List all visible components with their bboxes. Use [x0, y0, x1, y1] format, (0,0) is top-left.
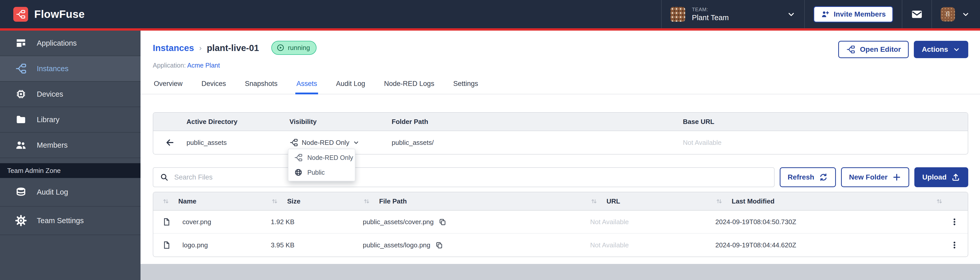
column-base-url: Base URL: [683, 118, 968, 126]
team-selector[interactable]: TEAM: Plant Team: [661, 0, 804, 28]
sidebar-item-label: Instances: [37, 65, 68, 73]
file-modified: 2024-09-19T08:04:50.730Z: [715, 218, 917, 226]
back-arrow-icon[interactable]: [153, 138, 186, 147]
notifications-section: [902, 0, 931, 28]
sort-icon[interactable]: [935, 198, 943, 205]
kebab-menu-icon[interactable]: [950, 218, 959, 226]
new-folder-button[interactable]: New Folder: [841, 167, 909, 187]
copy-icon[interactable]: [435, 241, 443, 249]
status-badge: running: [271, 41, 317, 55]
mail-icon[interactable]: [911, 8, 923, 20]
copy-icon[interactable]: [438, 218, 447, 226]
refresh-icon: [819, 172, 828, 182]
dropdown-option-public[interactable]: Public: [288, 165, 355, 180]
node-red-icon: [294, 153, 303, 162]
actions-button[interactable]: Actions: [914, 41, 968, 58]
column-size[interactable]: Size: [287, 198, 301, 205]
directory-row: public_assets Node-RED Only public_asset…: [153, 131, 968, 154]
sidebar-item-label: Audit Log: [37, 188, 68, 196]
files-header-row: Name Size File Path URL: [153, 192, 968, 210]
sidebar-item-label: Team Settings: [37, 217, 84, 225]
breadcrumb-separator: ›: [199, 44, 202, 52]
globe-icon: [294, 168, 303, 177]
file-url: Not Available: [590, 241, 715, 249]
sidebar-item-label: Library: [37, 115, 59, 124]
refresh-label: Refresh: [788, 173, 814, 181]
file-row: cover.png 1.92 KB public_assets/cover.pn…: [153, 210, 968, 234]
column-name[interactable]: Name: [178, 198, 196, 205]
dropdown-option-label: Node-RED Only: [307, 154, 353, 161]
sort-icon[interactable]: [162, 198, 170, 205]
sidebar-item-label: Applications: [37, 39, 76, 47]
sidebar: Applications Instances Devices Library M…: [0, 31, 140, 280]
search-input[interactable]: [174, 173, 767, 181]
open-editor-button[interactable]: Open Editor: [838, 41, 909, 58]
dropdown-option-label: Public: [307, 169, 325, 176]
refresh-button[interactable]: Refresh: [780, 167, 836, 187]
plus-icon: [892, 172, 901, 182]
chevron-down-icon: [962, 10, 970, 18]
tab-node-red-logs[interactable]: Node-RED Logs: [383, 76, 435, 94]
column-visibility: Visibility: [290, 118, 391, 126]
chip-icon: [15, 88, 27, 100]
sort-icon[interactable]: [271, 198, 278, 205]
file-modified: 2024-09-19T08:04:44.620Z: [715, 241, 917, 249]
visibility-value: Node-RED Only: [302, 139, 349, 147]
kebab-menu-icon[interactable]: [950, 241, 959, 249]
sidebar-item-members[interactable]: Members: [0, 133, 140, 158]
team-label: TEAM:: [692, 6, 729, 13]
application-line: Application: Acme Plant: [153, 62, 968, 69]
page-title: plant-live-01: [207, 43, 259, 53]
file-name: cover.png: [182, 218, 211, 226]
sort-icon[interactable]: [363, 198, 371, 205]
base-url-value: Not Available: [683, 139, 968, 147]
sidebar-item-audit-log[interactable]: Audit Log: [0, 178, 140, 207]
sort-icon[interactable]: [715, 198, 723, 205]
tab-overview[interactable]: Overview: [153, 76, 184, 94]
sidebar-item-library[interactable]: Library: [0, 107, 140, 133]
sidebar-item-devices[interactable]: Devices: [0, 82, 140, 107]
upload-label: Upload: [922, 173, 947, 181]
team-avatar: [670, 7, 685, 22]
new-folder-label: New Folder: [849, 173, 888, 181]
application-link[interactable]: Acme Plant: [187, 62, 220, 69]
tab-settings[interactable]: Settings: [452, 76, 479, 94]
play-circle-icon: [277, 44, 285, 52]
sidebar-item-applications[interactable]: Applications: [0, 31, 140, 56]
column-url[interactable]: URL: [606, 198, 620, 205]
visibility-select[interactable]: Node-RED Only: [290, 138, 391, 147]
file-size: 3.95 KB: [271, 241, 363, 249]
dropdown-option-node-red-only[interactable]: Node-RED Only: [288, 150, 355, 165]
invite-members-button[interactable]: Invite Members: [813, 6, 893, 22]
application-label: Application:: [153, 62, 186, 69]
tab-audit-log[interactable]: Audit Log: [335, 76, 366, 94]
upload-button[interactable]: Upload: [914, 167, 968, 187]
tab-snapshots[interactable]: Snapshots: [244, 76, 279, 94]
sidebar-item-instances[interactable]: Instances: [0, 56, 140, 82]
flowfuse-logo[interactable]: FlowFuse: [13, 7, 85, 22]
chevron-down-icon: [953, 46, 960, 53]
gear-icon: [15, 215, 27, 226]
column-file-path[interactable]: File Path: [379, 198, 407, 205]
breadcrumb-instances-link[interactable]: Instances: [153, 43, 194, 53]
chevron-down-icon: [787, 10, 795, 19]
document-icon: [162, 240, 171, 250]
files-table: Name Size File Path URL: [153, 192, 968, 257]
file-path: public_assets/cover.png: [363, 218, 434, 226]
file-name: logo.png: [182, 241, 208, 249]
open-editor-label: Open Editor: [860, 45, 901, 54]
user-avatar: fl: [941, 7, 955, 21]
column-active-directory: Active Directory: [186, 118, 290, 126]
status-badge-label: running: [288, 44, 310, 52]
instance-tabs: Overview Devices Snapshots Assets Audit …: [140, 76, 980, 94]
user-menu[interactable]: fl: [931, 0, 980, 28]
column-last-modified[interactable]: Last Modified: [732, 198, 775, 205]
tab-devices[interactable]: Devices: [200, 76, 227, 94]
team-admin-zone-header: Team Admin Zone: [0, 163, 140, 178]
sidebar-item-team-settings[interactable]: Team Settings: [0, 207, 140, 235]
tab-assets[interactable]: Assets: [295, 76, 318, 94]
invite-section: Invite Members: [804, 0, 902, 28]
sort-icon[interactable]: [590, 198, 598, 205]
upload-icon: [951, 172, 960, 182]
node-red-icon: [290, 138, 298, 147]
